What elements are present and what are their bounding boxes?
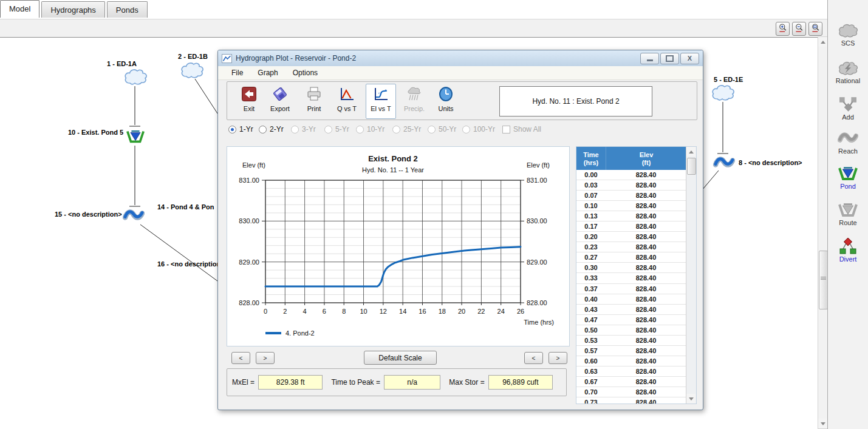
close-button[interactable]: X [680, 53, 699, 64]
toolbar-units-button[interactable]: Units [431, 84, 461, 119]
table-row[interactable]: 0.27828.40 [576, 252, 686, 263]
scroll-down-icon[interactable] [818, 419, 827, 428]
pond-color-icon[interactable] [126, 129, 145, 144]
table-row[interactable]: 0.47828.40 [576, 315, 686, 325]
table-row[interactable]: 0.30828.40 [576, 263, 686, 273]
table-header-cell[interactable]: Time(hrs) [576, 147, 606, 170]
toolbar-export-button[interactable]: Export [265, 84, 295, 119]
year-option-label: 50-Yr [439, 125, 456, 133]
chart-next-button-left[interactable]: > [256, 352, 275, 364]
svg-text:Elev (ft): Elev (ft) [527, 161, 550, 169]
table-row[interactable]: 0.70828.40 [576, 387, 686, 397]
table-scrollbar[interactable] [686, 147, 696, 404]
elev-cell: 828.40 [606, 171, 686, 178]
dialog-toolbar: Hyd. No. 11 : Exist. Pond 2 Exit Export … [227, 81, 697, 120]
toolbar-el-vs-t-button[interactable]: El vs T [366, 84, 396, 119]
tab-model[interactable]: Model [0, 0, 39, 18]
elev-cell: 828.40 [606, 368, 686, 375]
cloud-blue-icon[interactable] [180, 61, 204, 78]
return-period-options: 1-Yr 2-Yr 3-Yr 5-Yr 10-Yr 25-Yr 50-Yr 10… [218, 125, 704, 136]
table-scroll-up-icon[interactable] [686, 147, 695, 157]
maximize-button[interactable] [660, 53, 679, 64]
time-cell: 0.50 [576, 326, 606, 334]
table-row[interactable]: 0.33828.40 [576, 273, 686, 283]
model-node-label-14[interactable]: 14 - Pond 4 & Pon [157, 203, 214, 211]
table-prev-button[interactable]: < [524, 352, 543, 364]
table-row[interactable]: 0.50828.40 [576, 325, 686, 336]
toolbar-q-vs-t-button[interactable]: Q vs T [332, 84, 362, 119]
scroll-up-icon[interactable] [818, 37, 827, 47]
wave-blue-icon[interactable] [123, 208, 145, 223]
tab-hydrographs[interactable]: Hydrographs [41, 1, 104, 18]
year-option-25-yr: 25-Yr [392, 125, 421, 133]
model-node-label-10[interactable]: 10 - Exist. Pond 5 [68, 129, 123, 136]
chart-prev-button-left[interactable]: < [231, 352, 250, 364]
year-option-2-yr[interactable]: 2-Yr [259, 125, 284, 133]
minimize-button[interactable] [640, 53, 659, 64]
table-row[interactable]: 0.67828.40 [576, 377, 686, 387]
tool-reach[interactable]: Reach [828, 130, 868, 155]
scrollbar-thumb[interactable] [819, 251, 828, 309]
table-row[interactable]: 0.07828.40 [576, 191, 686, 201]
zoom-in-button[interactable] [776, 22, 790, 36]
svg-text:4. Pond-2: 4. Pond-2 [285, 329, 315, 337]
qvst-icon [339, 86, 355, 102]
model-node-label-2[interactable]: 2 - ED-1B [178, 53, 208, 60]
elev-cell: 828.40 [606, 223, 686, 230]
table-row[interactable]: 0.13828.40 [576, 211, 686, 221]
elev-cell: 828.40 [606, 378, 686, 385]
time-cell: 0.67 [576, 378, 606, 385]
dialog-titlebar[interactable]: Hydrograph Plot - Reservoir - Pond-2 X [218, 50, 703, 66]
table-row[interactable]: 0.23828.40 [576, 242, 686, 252]
cloud-blue-icon[interactable] [711, 84, 735, 101]
table-row[interactable]: 0.43828.40 [576, 305, 686, 315]
model-node-label-16[interactable]: 16 - <no description> [157, 260, 225, 268]
table-scroll-down-icon[interactable] [686, 394, 695, 404]
cloud-blue-icon[interactable] [123, 68, 148, 85]
toolbar-exit-button[interactable]: Exit [234, 84, 264, 119]
model-node-label-8[interactable]: 8 - <no description> [739, 159, 802, 166]
table-row[interactable]: 0.63828.40 [576, 367, 686, 377]
table-next-button[interactable]: > [548, 352, 567, 364]
table-row[interactable]: 0.40828.40 [576, 294, 686, 305]
table-header-cell[interactable]: Elev(ft) [606, 147, 686, 170]
elev-cell: 828.40 [606, 306, 686, 313]
model-node-label-15[interactable]: 15 - <no description> [55, 211, 122, 218]
default-scale-button[interactable]: Default Scale [364, 351, 437, 365]
menu-options[interactable]: Options [285, 67, 325, 79]
menu-graph[interactable]: Graph [250, 67, 285, 79]
hydrograph-selector-box[interactable]: Hyd. No. 11 : Exist. Pond 2 [499, 86, 652, 117]
menu-file[interactable]: File [224, 67, 250, 79]
tool-add[interactable]: Add [828, 96, 868, 121]
toolbar-print-button[interactable]: Print [299, 84, 329, 119]
model-node-label-1[interactable]: 1 - ED-1A [107, 60, 137, 67]
table-scrollbar-thumb[interactable] [687, 158, 696, 175]
tool-divert[interactable]: Divert [828, 238, 868, 263]
table-row[interactable]: 0.20828.40 [576, 232, 686, 242]
tool-scs[interactable]: SCS [828, 22, 868, 47]
radio-icon [428, 126, 436, 133]
time-cell: 0.63 [576, 368, 606, 375]
close-icon: X [688, 55, 692, 62]
tab-ponds[interactable]: Ponds [107, 1, 148, 18]
zoom-window-button[interactable] [808, 22, 822, 36]
table-row[interactable]: 0.00828.40 [576, 170, 686, 180]
svg-text:Exist. Pond 2: Exist. Pond 2 [368, 154, 418, 163]
table-row[interactable]: 0.37828.40 [576, 284, 686, 294]
zoom-out-button[interactable] [792, 22, 806, 36]
tool-pond[interactable]: Pond [828, 165, 868, 190]
exit-icon [241, 86, 257, 102]
table-row[interactable]: 0.73828.40 [576, 397, 686, 404]
canvas-vertical-scrollbar[interactable] [818, 36, 828, 429]
table-row[interactable]: 0.10828.40 [576, 201, 686, 211]
wave-blue-icon[interactable] [713, 155, 735, 171]
tool-label: Add [828, 113, 868, 121]
table-row[interactable]: 0.53828.40 [576, 336, 686, 346]
tool-rational[interactable]: Rational [828, 59, 868, 84]
model-node-label-5[interactable]: 5 - ED-1E [714, 76, 743, 83]
year-option-1-yr[interactable]: 1-Yr [228, 125, 253, 133]
elev-cell: 828.40 [606, 254, 686, 261]
tool-route[interactable]: Route [828, 201, 868, 226]
table-row[interactable]: 0.03828.40 [576, 180, 686, 191]
table-row[interactable]: 0.17828.40 [576, 221, 686, 232]
